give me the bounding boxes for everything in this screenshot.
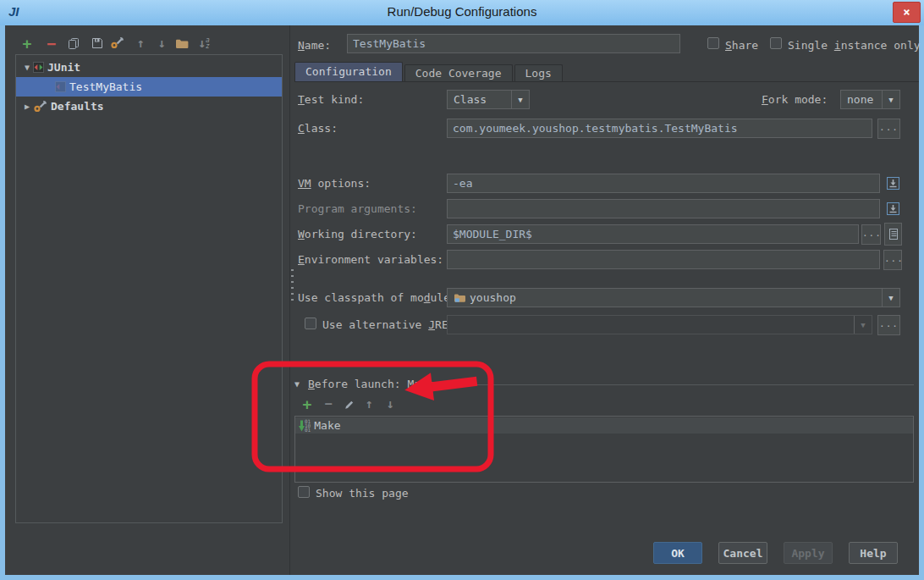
splitter-grip-icon xyxy=(291,269,294,301)
up-arrow-icon: ↑ xyxy=(365,396,372,412)
before-launch-remove-button[interactable]: − xyxy=(321,395,336,412)
plus-icon: + xyxy=(23,35,32,52)
working-directory-label: Working directory: xyxy=(298,228,417,240)
single-instance-checkbox[interactable] xyxy=(770,37,782,49)
panel-splitter[interactable] xyxy=(289,25,294,575)
edit-defaults-button[interactable] xyxy=(108,35,125,52)
alternative-jre-label: Use alternative JRE: xyxy=(322,318,455,331)
junit-ghost-icon xyxy=(55,81,66,92)
fork-mode-select[interactable]: none ▼ xyxy=(840,90,900,109)
chevron-down-icon: ▼ xyxy=(511,91,529,108)
chevron-down-icon: ▼ xyxy=(882,91,899,108)
tab-code-coverage[interactable]: Code Coverage xyxy=(404,64,513,81)
sort-configurations-button[interactable]: ↓ az xyxy=(195,35,212,52)
wrench-gear-icon xyxy=(33,100,47,113)
environment-variables-label: Environment variables: xyxy=(298,253,443,266)
fork-mode-label: Fork mode: xyxy=(762,93,828,106)
before-launch-collapse-icon[interactable]: ▼ xyxy=(294,379,300,389)
before-launch-add-button[interactable]: + xyxy=(300,395,315,412)
vm-options-expand-button[interactable] xyxy=(885,174,901,192)
folder-icon xyxy=(175,38,189,49)
program-arguments-expand-button[interactable] xyxy=(885,200,901,218)
dialog-title: Run/Debug Configurations xyxy=(0,4,924,19)
alternative-jre-select[interactable]: ▼ xyxy=(447,315,872,334)
name-label: Name: xyxy=(298,39,331,52)
save-icon xyxy=(91,37,103,49)
working-directory-macro-button[interactable] xyxy=(884,223,902,246)
environment-variables-browse-button[interactable]: ... xyxy=(883,250,902,270)
tab-logs[interactable]: Logs xyxy=(514,64,563,81)
working-directory-input[interactable] xyxy=(447,224,859,244)
save-configuration-button[interactable] xyxy=(89,35,106,52)
up-arrow-icon: ↑ xyxy=(136,36,144,51)
task-row-make[interactable]: 011001 Make xyxy=(295,417,913,434)
show-this-page-label: Show this page xyxy=(316,487,409,500)
expand-field-icon xyxy=(886,202,900,216)
copy-configuration-button[interactable] xyxy=(65,35,82,52)
tree-item-junit[interactable]: ▼ JUnit xyxy=(16,58,282,77)
chevron-down-icon: ▼ xyxy=(882,289,899,307)
task-label: Make xyxy=(314,419,340,432)
classpath-module-label: Use classpath of module: xyxy=(298,291,457,304)
module-folder-icon xyxy=(454,293,466,303)
document-icon xyxy=(888,228,899,240)
environment-variables-input[interactable] xyxy=(447,250,880,269)
tab-configuration[interactable]: Configuration xyxy=(294,62,403,81)
vm-options-input[interactable] xyxy=(447,174,880,193)
class-label: Class: xyxy=(298,122,338,135)
before-launch-edit-button[interactable] xyxy=(341,395,356,412)
test-kind-label: Test kind: xyxy=(298,93,364,106)
alternative-jre-browse-button[interactable]: ... xyxy=(877,315,900,335)
show-this-page-checkbox[interactable] xyxy=(298,486,310,498)
single-instance-label: Single instance only xyxy=(788,39,921,52)
vm-options-label: VM options: xyxy=(298,177,371,190)
working-directory-browse-button[interactable]: ... xyxy=(861,224,881,245)
tree-item-label: TestMyBatis xyxy=(69,80,142,93)
before-launch-task-list: 011001 Make xyxy=(294,416,914,483)
move-up-button[interactable]: ↑ xyxy=(132,35,149,52)
plus-icon: + xyxy=(303,395,312,413)
down-arrow-icon: ↓ xyxy=(157,36,165,51)
sort-az-icon: ↓ az xyxy=(198,36,210,51)
section-divider xyxy=(435,384,914,385)
chevron-collapsed-icon[interactable]: ▶ xyxy=(21,102,33,111)
tree-item-defaults[interactable]: ▶ Defaults xyxy=(16,97,282,116)
apply-button[interactable]: Apply xyxy=(784,542,833,564)
alternative-jre-checkbox[interactable] xyxy=(305,318,316,329)
run-debug-configurations-dialog: JI Run/Debug Configurations × + − xyxy=(0,0,924,580)
move-down-button[interactable]: ↓ xyxy=(153,35,170,52)
configurations-tree: ▼ JUnit TestMyBatis ▶ xyxy=(15,54,283,523)
remove-configuration-button[interactable]: − xyxy=(43,35,60,52)
class-browse-button[interactable]: ... xyxy=(877,119,900,139)
create-folder-button[interactable] xyxy=(173,35,190,52)
minus-icon: − xyxy=(47,35,57,52)
help-button[interactable]: Help xyxy=(849,542,898,564)
tree-item-testmybatis[interactable]: TestMyBatis xyxy=(16,77,282,97)
name-input[interactable] xyxy=(347,34,680,53)
ok-button[interactable]: OK xyxy=(653,542,702,564)
pencil-icon xyxy=(343,398,355,410)
copy-icon xyxy=(68,37,80,50)
wrench-gear-icon xyxy=(110,36,124,50)
class-input[interactable] xyxy=(447,119,872,138)
make-icon: 011001 xyxy=(299,419,311,432)
titlebar: JI Run/Debug Configurations × xyxy=(0,0,924,25)
classpath-module-select[interactable]: youshop ▼ xyxy=(447,288,900,307)
tree-item-label: JUnit xyxy=(47,61,80,74)
junit-icon xyxy=(33,62,44,73)
share-checkbox[interactable] xyxy=(707,37,719,49)
before-launch-label: Before launch: Make xyxy=(308,378,434,390)
share-label: Share xyxy=(725,39,758,52)
close-button[interactable]: × xyxy=(893,2,921,23)
before-launch-move-up-button[interactable]: ↑ xyxy=(361,395,377,412)
tab-bar: Configuration Code Coverage Logs xyxy=(294,63,919,82)
dialog-content: + − ↑ ↓ xyxy=(5,25,919,575)
minus-icon: − xyxy=(324,396,332,412)
cancel-button[interactable]: Cancel xyxy=(718,542,767,564)
before-launch-move-down-button[interactable]: ↓ xyxy=(382,395,398,412)
tree-item-label: Defaults xyxy=(51,100,104,113)
program-arguments-input[interactable] xyxy=(447,199,880,218)
chevron-expanded-icon[interactable]: ▼ xyxy=(21,63,33,72)
test-kind-select[interactable]: Class ▼ xyxy=(447,90,530,109)
add-configuration-button[interactable]: + xyxy=(19,35,36,52)
